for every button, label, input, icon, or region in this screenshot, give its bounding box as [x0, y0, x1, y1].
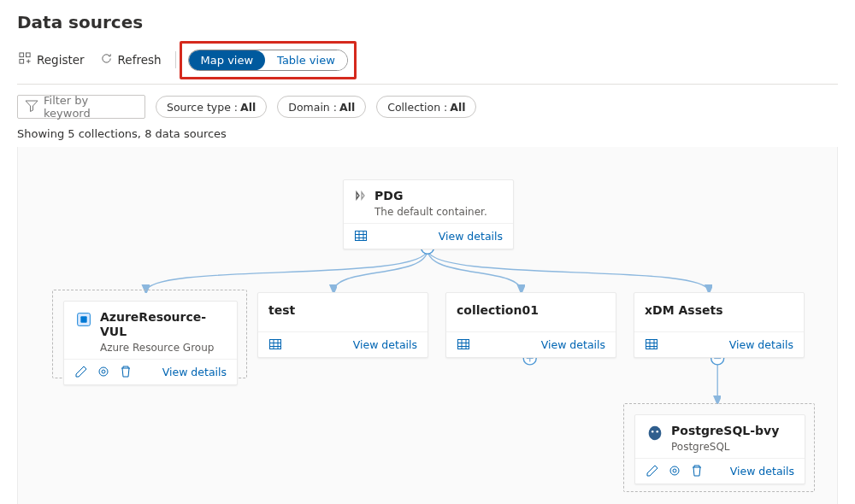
toolbar-separator: [175, 51, 176, 68]
svg-point-10: [102, 370, 105, 373]
node-subtitle: The default container.: [374, 206, 487, 218]
view-details-link[interactable]: View details: [162, 366, 227, 378]
svg-point-17: [670, 466, 679, 475]
table-icon[interactable]: [645, 337, 658, 351]
delete-icon[interactable]: [119, 365, 133, 378]
azure-resource-group-icon: [74, 310, 93, 332]
svg-point-14: [649, 426, 662, 441]
svg-rect-0: [20, 53, 24, 57]
filter-row: Filter by keyword Source type :All Domai…: [0, 95, 855, 119]
view-toggle: Map view Table view: [188, 50, 348, 71]
group-postgres: PostgreSQL-bvy PostgreSQL View details: [623, 403, 815, 492]
register-label: Register: [37, 53, 85, 67]
filter-placeholder: Filter by keyword: [44, 94, 138, 120]
command-bar: Register Refresh Map view Table view: [0, 44, 855, 75]
view-details-link[interactable]: View details: [353, 338, 417, 351]
node-collection01[interactable]: collection01 View details: [445, 292, 616, 358]
node-title: PDG: [374, 189, 487, 203]
node-xdm-assets[interactable]: xDM Assets View details: [634, 292, 805, 358]
svg-rect-1: [20, 59, 24, 63]
node-subtitle: Azure Resource Group: [100, 342, 227, 354]
group-azure: AzureResource-VUL Azure Resource Group V…: [52, 290, 247, 378]
table-icon[interactable]: [457, 337, 470, 351]
edit-icon[interactable]: [74, 365, 88, 378]
svg-rect-12: [458, 340, 469, 349]
grid-plus-icon: [19, 52, 32, 67]
table-view-tab[interactable]: Table view: [265, 50, 347, 70]
delete-icon[interactable]: [690, 464, 704, 478]
node-azure-resource[interactable]: AzureResource-VUL Azure Resource Group V…: [63, 301, 238, 385]
filter-icon: [25, 99, 38, 115]
postgresql-icon: [646, 424, 664, 446]
filter-collection[interactable]: Collection :All: [376, 96, 476, 118]
node-title: AzureResource-VUL: [100, 310, 227, 339]
view-details-link[interactable]: View details: [730, 465, 794, 478]
filter-domain[interactable]: Domain :All: [277, 96, 366, 118]
node-title: PostgreSQL-bvy: [671, 424, 779, 438]
refresh-icon: [100, 52, 113, 67]
view-details-link[interactable]: View details: [729, 338, 793, 351]
svg-point-16: [656, 431, 658, 433]
divider: [17, 84, 838, 85]
map-canvas[interactable]: PDG The default container. View details …: [17, 147, 838, 504]
page-title: Data sources: [17, 12, 855, 32]
svg-point-18: [673, 469, 676, 472]
refresh-button[interactable]: Refresh: [98, 49, 163, 71]
register-button[interactable]: Register: [17, 49, 86, 71]
refresh-label: Refresh: [118, 53, 162, 67]
summary-text: Showing 5 collections, 8 data sources: [0, 127, 855, 147]
filter-keyword-input[interactable]: Filter by keyword: [17, 95, 145, 119]
map-view-tab[interactable]: Map view: [189, 50, 266, 70]
node-postgresql[interactable]: PostgreSQL-bvy PostgreSQL View details: [634, 414, 805, 484]
svg-rect-13: [646, 340, 657, 349]
svg-point-15: [652, 431, 654, 433]
node-title: xDM Assets: [645, 302, 722, 326]
collection-icon: [354, 189, 368, 206]
svg-point-9: [99, 367, 108, 376]
svg-rect-2: [26, 53, 30, 57]
svg-rect-11: [270, 340, 281, 349]
scan-icon[interactable]: [97, 365, 110, 378]
edit-icon[interactable]: [646, 464, 659, 478]
table-icon[interactable]: [354, 229, 368, 243]
svg-rect-8: [80, 316, 86, 322]
view-details-link[interactable]: View details: [541, 338, 605, 351]
node-title: test: [268, 302, 295, 326]
node-pdg[interactable]: PDG The default container. View details: [343, 179, 514, 249]
svg-rect-6: [356, 231, 367, 241]
scan-icon[interactable]: [668, 464, 681, 478]
node-subtitle: PostgreSQL: [671, 441, 779, 453]
table-icon[interactable]: [268, 337, 282, 351]
node-title: collection01: [457, 302, 539, 326]
filter-source-type[interactable]: Source type :All: [156, 96, 267, 118]
view-details-link[interactable]: View details: [439, 230, 503, 243]
node-test[interactable]: test View details: [257, 292, 428, 358]
